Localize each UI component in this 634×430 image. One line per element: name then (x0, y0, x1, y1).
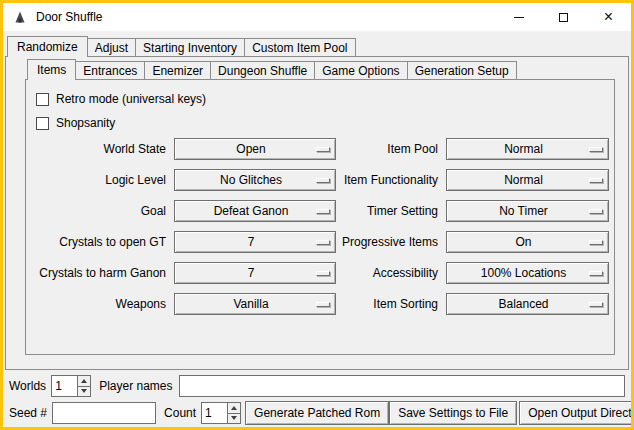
title-bar: Door Shuffle × (3, 3, 631, 31)
count-spinbox (201, 402, 241, 424)
count-spin-up-button[interactable] (228, 403, 240, 413)
retro-mode-checkbox-row[interactable]: Retro mode (universal keys) (36, 88, 614, 110)
world-state-value: Open (236, 142, 273, 156)
seed-label: Seed # (9, 406, 47, 420)
item-sorting-value: Balanced (498, 297, 556, 311)
tab-game-options[interactable]: Game Options (314, 61, 407, 79)
minimize-button[interactable] (496, 3, 541, 31)
dropdown-indicator-icon (589, 178, 603, 183)
item-functionality-dropdown[interactable]: Normal (446, 169, 609, 191)
world-state-dropdown[interactable]: Open (174, 138, 336, 160)
setting-row: Logic Level No Glitches Item Functionali… (36, 169, 614, 191)
crystals-ganon-value: 7 (248, 266, 263, 280)
weapons-value: Vanilla (233, 297, 276, 311)
main-tab-bar: Randomize Adjust Starting Inventory Cust… (7, 35, 355, 56)
generate-rom-button[interactable]: Generate Patched Rom (245, 401, 389, 425)
goal-value: Defeat Ganon (214, 204, 297, 218)
logic-level-dropdown[interactable]: No Glitches (174, 169, 336, 191)
logic-level-value: No Glitches (220, 173, 290, 187)
progressive-items-dropdown[interactable]: On (446, 231, 609, 253)
shopsanity-checkbox[interactable] (36, 117, 49, 130)
dropdown-indicator-icon (316, 271, 330, 276)
timer-setting-value: No Timer (499, 204, 556, 218)
accessibility-value: 100% Locations (481, 266, 574, 280)
setting-row: Goal Defeat Ganon Timer Setting No Timer (36, 200, 614, 222)
items-tab-pane: Retro mode (universal keys) Shopsanity W… (25, 79, 615, 355)
timer-setting-dropdown[interactable]: No Timer (446, 200, 609, 222)
dropdown-indicator-icon (316, 209, 330, 214)
close-button[interactable]: × (586, 3, 631, 31)
setting-row: Weapons Vanilla Item Sorting Balanced (36, 293, 614, 315)
up-arrow-icon (81, 379, 87, 383)
shopsanity-checkbox-row[interactable]: Shopsanity (36, 112, 614, 134)
window-title: Door Shuffle (36, 10, 103, 24)
app-icon (12, 9, 28, 25)
count-label: Count (164, 406, 196, 420)
item-pool-value: Normal (504, 142, 551, 156)
crystals-gt-value: 7 (248, 235, 263, 249)
timer-setting-label: Timer Setting (336, 204, 446, 218)
down-arrow-icon (231, 416, 237, 420)
tab-enemizer[interactable]: Enemizer (144, 61, 211, 79)
count-spin-buttons (227, 402, 241, 424)
item-functionality-label: Item Functionality (336, 173, 446, 187)
door-shuffle-window: Door Shuffle × Randomize Adjust Starting… (0, 0, 634, 430)
count-spin-down-button[interactable] (228, 413, 240, 424)
up-arrow-icon (231, 406, 237, 410)
setting-row: World State Open Item Pool Normal (36, 138, 614, 160)
goal-dropdown[interactable]: Defeat Ganon (174, 200, 336, 222)
dropdown-indicator-icon (316, 302, 330, 307)
settings-grid: World State Open Item Pool Normal Logic … (36, 138, 614, 315)
minimize-icon (514, 17, 524, 18)
tab-dungeon-shuffle[interactable]: Dungeon Shuffle (210, 61, 315, 79)
save-settings-button[interactable]: Save Settings to File (389, 401, 517, 425)
accessibility-dropdown[interactable]: 100% Locations (446, 262, 609, 284)
close-icon: × (604, 9, 613, 25)
worlds-label: Worlds (9, 379, 46, 393)
maximize-button[interactable] (541, 3, 586, 31)
worlds-spinbox (51, 375, 91, 397)
goal-label: Goal (36, 204, 174, 218)
dropdown-indicator-icon (589, 271, 603, 276)
item-sorting-dropdown[interactable]: Balanced (446, 293, 609, 315)
tab-custom-item-pool[interactable]: Custom Item Pool (244, 38, 355, 56)
tab-adjust[interactable]: Adjust (87, 38, 136, 56)
player-names-label: Player names (99, 379, 172, 393)
dropdown-indicator-icon (589, 302, 603, 307)
retro-mode-label: Retro mode (universal keys) (56, 92, 206, 106)
dropdown-indicator-icon (316, 240, 330, 245)
player-names-input[interactable] (179, 375, 626, 397)
weapons-dropdown[interactable]: Vanilla (174, 293, 336, 315)
open-output-button[interactable]: Open Output Directory (519, 401, 634, 425)
tab-items[interactable]: Items (27, 59, 76, 80)
tab-starting-inventory[interactable]: Starting Inventory (135, 38, 245, 56)
dropdown-indicator-icon (316, 178, 330, 183)
worlds-row: Worlds Player names (9, 374, 625, 398)
crystals-gt-dropdown[interactable]: 7 (174, 231, 336, 253)
setting-row: Crystals to open GT 7 Progressive Items … (36, 231, 614, 253)
worlds-spin-up-button[interactable] (78, 376, 90, 386)
maximize-icon (559, 13, 568, 22)
item-pool-dropdown[interactable]: Normal (446, 138, 609, 160)
tab-generation-setup[interactable]: Generation Setup (407, 61, 517, 79)
dropdown-indicator-icon (589, 147, 603, 152)
crystals-ganon-label: Crystals to harm Ganon (36, 266, 174, 280)
window-controls: × (496, 3, 631, 31)
setting-row: Crystals to harm Ganon 7 Accessibility 1… (36, 262, 614, 284)
progressive-items-label: Progressive Items (336, 235, 446, 249)
down-arrow-icon (81, 389, 87, 393)
worlds-input[interactable] (51, 375, 77, 397)
tab-randomize[interactable]: Randomize (7, 36, 88, 57)
retro-mode-checkbox[interactable] (36, 93, 49, 106)
item-pool-label: Item Pool (336, 142, 446, 156)
count-input[interactable] (201, 402, 227, 424)
crystals-gt-label: Crystals to open GT (36, 235, 174, 249)
dropdown-indicator-icon (589, 209, 603, 214)
world-state-label: World State (36, 142, 174, 156)
worlds-spin-buttons (77, 375, 91, 397)
tab-entrances[interactable]: Entrances (75, 61, 145, 79)
logic-level-label: Logic Level (36, 173, 174, 187)
worlds-spin-down-button[interactable] (78, 386, 90, 397)
seed-input[interactable] (52, 402, 156, 424)
crystals-ganon-dropdown[interactable]: 7 (174, 262, 336, 284)
